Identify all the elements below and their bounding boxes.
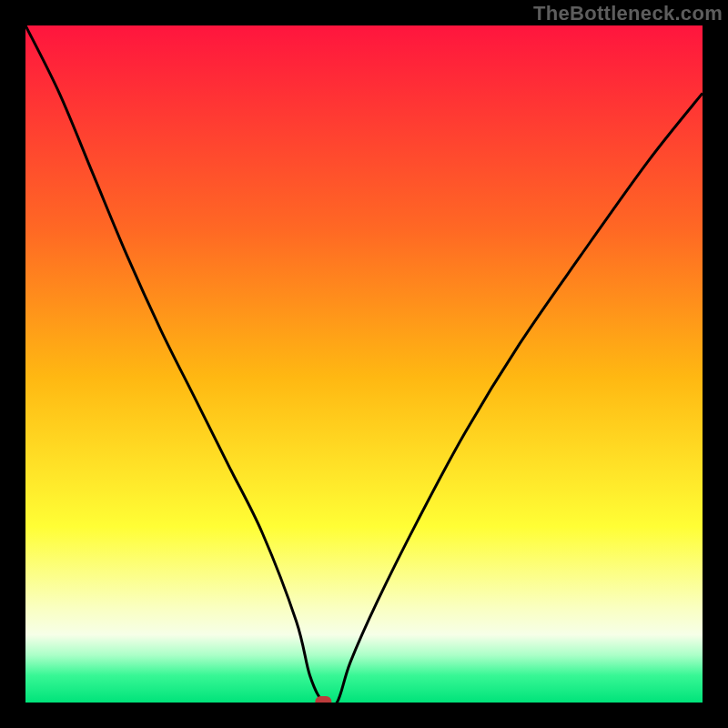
plot-area bbox=[25, 25, 703, 703]
chart-frame: TheBottleneck.com bbox=[0, 0, 728, 728]
gradient-background bbox=[25, 25, 703, 703]
plot-svg bbox=[25, 25, 703, 703]
watermark-text: TheBottleneck.com bbox=[533, 2, 723, 25]
optimal-point-marker bbox=[315, 696, 331, 703]
